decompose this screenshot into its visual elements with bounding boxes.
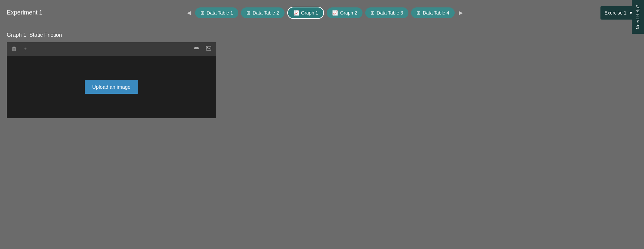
graph-icon-2: 📈	[332, 10, 338, 16]
tab-graph-1[interactable]: 📈 Graph 1	[287, 7, 324, 19]
tab-data-table-1[interactable]: ⊞ Data Table 1	[195, 7, 238, 18]
delete-button[interactable]: 🗑	[11, 45, 18, 53]
experiment-title: Experiment 1	[7, 9, 43, 16]
svg-rect-0	[206, 46, 211, 50]
tabs-scroll-right[interactable]: ▶	[457, 9, 464, 17]
tab-graph-2[interactable]: 📈 Graph 2	[327, 7, 363, 18]
tab-data-table-4[interactable]: ⊞ Data Table 4	[411, 7, 454, 18]
need-help-sidebar[interactable]: Need Help?	[632, 0, 644, 34]
graph-icon-1: 📈	[293, 10, 299, 16]
tab-label-3: Graph 1	[301, 10, 318, 16]
tab-label-2: Data Table 2	[252, 10, 279, 16]
tabs-scroll-left[interactable]: ◀	[186, 9, 192, 17]
tab-data-table-3[interactable]: ⊞ Data Table 3	[365, 7, 408, 18]
plus-icon: +	[24, 46, 27, 52]
trash-icon: 🗑	[11, 46, 17, 52]
table-icon-4: ⊞	[417, 10, 421, 16]
add-button[interactable]: +	[23, 45, 27, 53]
upload-image-button[interactable]: Upload an image	[85, 80, 138, 94]
tabs-container: ◀ ⊞ Data Table 1 ⊞ Data Table 2 📈 Graph …	[49, 7, 600, 19]
graph-body: Upload an image	[7, 56, 216, 118]
link-button[interactable]	[193, 45, 200, 53]
table-icon-1: ⊞	[200, 10, 205, 16]
top-bar: Experiment 1 ◀ ⊞ Data Table 1 ⊞ Data Tab…	[0, 0, 644, 25]
image-icon	[206, 46, 211, 52]
main-content: Graph 1: Static Friction 🗑 +	[0, 25, 644, 125]
tab-label-1: Data Table 1	[207, 10, 233, 16]
tab-label-6: Data Table 4	[423, 10, 449, 16]
tab-label-5: Data Table 3	[377, 10, 403, 16]
tab-label-4: Graph 2	[340, 10, 357, 16]
table-icon-3: ⊞	[371, 10, 375, 16]
exercise-label: Exercise 1	[605, 10, 626, 16]
graph-panel: 🗑 +	[7, 42, 216, 118]
graph-section-title: Graph 1: Static Friction	[7, 32, 637, 38]
tab-data-table-2[interactable]: ⊞ Data Table 2	[241, 7, 284, 18]
need-help-label: Need Help?	[636, 4, 640, 29]
link-icon	[194, 46, 199, 52]
table-icon-2: ⊞	[246, 10, 250, 16]
graph-toolbar: 🗑 +	[7, 42, 216, 56]
image-button[interactable]	[205, 45, 212, 53]
